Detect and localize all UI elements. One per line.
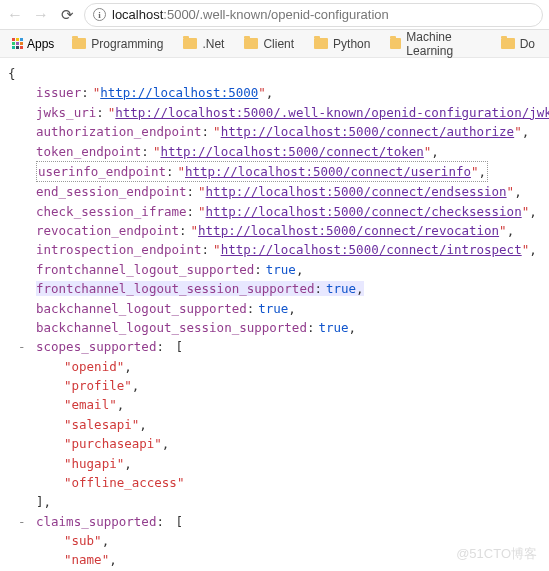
key-fcls: frontchannel_logout_session_supported bbox=[36, 281, 314, 296]
apps-label: Apps bbox=[27, 37, 54, 51]
key-bcls: backchannel_logout_session_supported bbox=[36, 320, 307, 335]
folder-icon bbox=[390, 38, 401, 49]
link-checksession[interactable]: http://localhost:5000/connect/checksessi… bbox=[206, 204, 522, 219]
val-bcls: true bbox=[318, 320, 348, 335]
highlighted-line: frontchannel_logout_session_supported:tr… bbox=[36, 281, 364, 296]
key-claims: claims_supported bbox=[36, 514, 156, 529]
scope-item: "openid" bbox=[64, 359, 124, 374]
back-button[interactable]: ← bbox=[6, 6, 24, 24]
url-port: :5000 bbox=[163, 7, 196, 22]
key-bcl: backchannel_logout_supported bbox=[36, 301, 247, 316]
val-bcl: true bbox=[258, 301, 288, 316]
key-issuer: issuer bbox=[36, 85, 81, 100]
bookmark-folder-programming[interactable]: Programming bbox=[64, 35, 171, 53]
bookmark-folder-python[interactable]: Python bbox=[306, 35, 378, 53]
claim-item: "sub" bbox=[64, 533, 102, 548]
folder-icon bbox=[501, 38, 515, 49]
bookmarks-bar: Apps Programming .Net Client Python Mach… bbox=[0, 30, 549, 58]
val-fcls: true bbox=[326, 281, 356, 296]
forward-button[interactable]: → bbox=[32, 6, 50, 24]
folder-icon bbox=[72, 38, 86, 49]
apps-button[interactable]: Apps bbox=[6, 35, 60, 53]
link-issuer[interactable]: http://localhost:5000 bbox=[100, 85, 258, 100]
site-info-icon[interactable]: i bbox=[93, 8, 106, 21]
link-auth[interactable]: http://localhost:5000/connect/authorize bbox=[221, 124, 515, 139]
browser-toolbar: ← → ⟳ i localhost:5000/.well-known/openi… bbox=[0, 0, 549, 30]
link-introspect[interactable]: http://localhost:5000/connect/introspect bbox=[221, 242, 522, 257]
bookmark-folder-client[interactable]: Client bbox=[236, 35, 302, 53]
selection-box: userinfo_endpoint:"http://localhost:5000… bbox=[36, 161, 488, 182]
key-revocation: revocation_endpoint bbox=[36, 223, 179, 238]
bookmark-folder-ml[interactable]: Machine Learning bbox=[382, 28, 488, 60]
address-bar[interactable]: i localhost:5000/.well-known/openid-conf… bbox=[84, 3, 543, 27]
key-userinfo: userinfo_endpoint bbox=[38, 164, 166, 179]
link-userinfo[interactable]: http://localhost:5000/connect/userinfo bbox=[185, 164, 471, 179]
reload-button[interactable]: ⟳ bbox=[58, 6, 76, 24]
folder-icon bbox=[314, 38, 328, 49]
scope-item: "email" bbox=[64, 397, 117, 412]
scope-item: "hugapi" bbox=[64, 456, 124, 471]
folder-icon bbox=[244, 38, 258, 49]
claim-item: "name" bbox=[64, 552, 109, 567]
folder-icon bbox=[183, 38, 197, 49]
key-jwks: jwks_uri bbox=[36, 105, 96, 120]
json-brace-open: { bbox=[8, 64, 541, 83]
key-fcl: frontchannel_logout_supported bbox=[36, 262, 254, 277]
collapse-toggle[interactable]: - bbox=[18, 337, 26, 356]
bookmark-folder-dotnet[interactable]: .Net bbox=[175, 35, 232, 53]
key-checksession: check_session_iframe bbox=[36, 204, 187, 219]
scope-item: "purchaseapi" bbox=[64, 436, 162, 451]
apps-icon bbox=[12, 38, 23, 49]
link-token[interactable]: http://localhost:5000/connect/token bbox=[160, 144, 423, 159]
watermark: @51CTO博客 bbox=[456, 545, 537, 563]
key-introspect: introspection_endpoint bbox=[36, 242, 202, 257]
link-endsession[interactable]: http://localhost:5000/connect/endsession bbox=[206, 184, 507, 199]
url-path: /.well-known/openid-configuration bbox=[196, 7, 389, 22]
link-revocation[interactable]: http://localhost:5000/connect/revocation bbox=[198, 223, 499, 238]
scope-item: "offline_access" bbox=[64, 475, 184, 490]
key-auth: authorization_endpoint bbox=[36, 124, 202, 139]
key-endsession: end_session_endpoint bbox=[36, 184, 187, 199]
scope-item: "salesapi" bbox=[64, 417, 139, 432]
bookmark-folder-overflow[interactable]: Do bbox=[493, 35, 543, 53]
json-viewer: { issuer:"http://localhost:5000", jwks_u… bbox=[0, 58, 549, 571]
scope-item: "profile" bbox=[64, 378, 132, 393]
link-jwks[interactable]: http://localhost:5000/.well-known/openid… bbox=[115, 105, 549, 120]
key-scopes: scopes_supported bbox=[36, 339, 156, 354]
collapse-toggle[interactable]: - bbox=[18, 512, 26, 531]
url-host: localhost bbox=[112, 7, 163, 22]
val-fcl: true bbox=[266, 262, 296, 277]
key-token: token_endpoint bbox=[36, 144, 141, 159]
